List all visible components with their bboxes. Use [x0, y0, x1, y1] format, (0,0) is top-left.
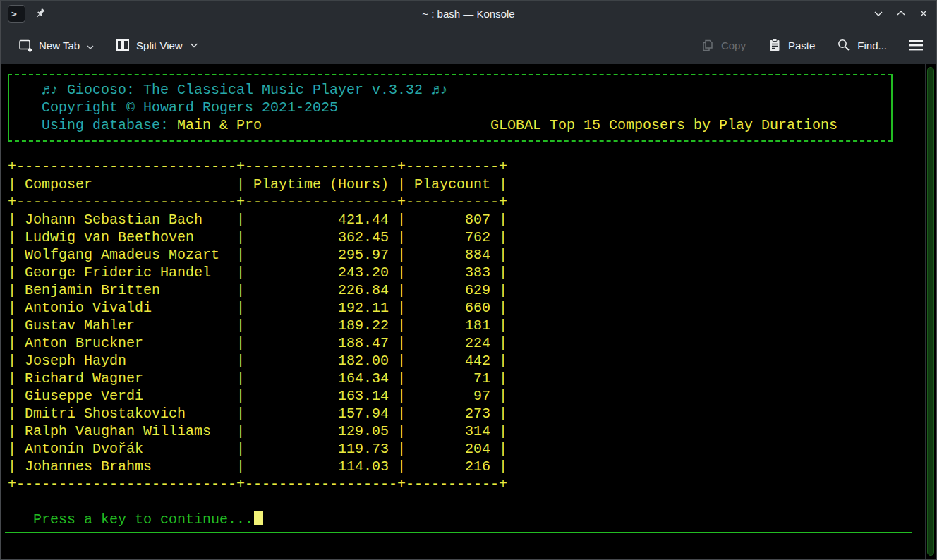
- terminal-view[interactable]: ♬♪ Giocoso: The Classical Music Player v…: [1, 64, 936, 559]
- scrollbar[interactable]: [925, 64, 936, 559]
- new-tab-label: New Tab: [39, 39, 80, 51]
- banner-title: ♬♪ Giocoso: The Classical Music Player v…: [42, 81, 891, 99]
- copy-label: Copy: [721, 39, 746, 51]
- window-title: ~ : bash — Konsole: [1, 8, 936, 20]
- scrollbar-thumb[interactable]: [927, 67, 934, 556]
- table-row: | Giuseppe Verdi | 163.14 | 97 |: [8, 387, 507, 405]
- composer-table: +--------------------------+------------…: [8, 158, 507, 493]
- table-row: | Dmitri Shostakovich | 157.94 | 273 |: [8, 405, 507, 422]
- table-row: | George Frideric Handel | 243.20 | 383 …: [8, 264, 507, 281]
- new-tab-icon: [18, 37, 33, 53]
- find-label: Find...: [857, 39, 887, 51]
- hamburger-menu-icon: [908, 38, 924, 52]
- table-row: | Antonio Vivaldi | 192.11 | 660 |: [8, 299, 507, 317]
- maximize-icon[interactable]: [895, 8, 907, 19]
- table-row: | Johannes Brahms | 114.03 | 216 |: [8, 458, 507, 475]
- table-row: +--------------------------+------------…: [8, 158, 507, 176]
- search-icon: [836, 37, 852, 53]
- konsole-window: > ~ : bash — Konsole New Tab: [0, 0, 937, 560]
- table-row: | Richard Wagner | 164.34 | 71 |: [8, 370, 507, 387]
- table-row: | Antonín Dvořák | 119.73 | 204 |: [8, 440, 507, 458]
- prompt-text: Press a key to continue...: [33, 511, 253, 528]
- table-row: | Composer | Playtime (Hours) | Playcoun…: [8, 176, 507, 193]
- new-tab-button[interactable]: New Tab: [11, 32, 101, 59]
- table-row: | Anton Bruckner | 188.47 | 224 |: [8, 334, 507, 352]
- horizontal-rule: [5, 532, 912, 533]
- table-row: | Wolfgang Amadeus Mozart | 295.97 | 884…: [8, 246, 507, 264]
- table-row: +--------------------------+------------…: [8, 193, 507, 211]
- terminal-cursor: [254, 511, 263, 525]
- table-row: +--------------------------+------------…: [8, 475, 507, 493]
- split-view-button[interactable]: Split View: [108, 32, 205, 59]
- table-row: | Gustav Mahler | 189.22 | 181 |: [8, 317, 507, 334]
- paste-label: Paste: [788, 39, 815, 51]
- copy-icon: [700, 37, 715, 53]
- chevron-down-icon: [87, 44, 94, 50]
- report-title: GLOBAL Top 15 Composers by Play Duration…: [490, 116, 838, 134]
- database-value: Main & Pro: [177, 117, 262, 133]
- chevron-down-icon: [190, 42, 198, 49]
- pin-icon[interactable]: [34, 7, 47, 20]
- paste-button[interactable]: Paste: [760, 32, 822, 59]
- hamburger-menu-button[interactable]: [905, 32, 926, 58]
- split-view-label: Split View: [136, 39, 183, 51]
- toolbar: New Tab Split View Copy Past: [1, 26, 936, 64]
- split-view-icon: [115, 37, 131, 53]
- banner-database-line: Using database: Main & ProGLOBAL Top 15 …: [42, 116, 891, 134]
- find-button[interactable]: Find...: [829, 32, 894, 59]
- close-icon[interactable]: [918, 8, 929, 19]
- table-row: | Ralph Vaughan Williams | 129.05 | 314 …: [8, 422, 507, 440]
- terminal-app-icon[interactable]: >: [8, 5, 25, 23]
- titlebar: > ~ : bash — Konsole: [1, 1, 936, 26]
- table-row: | Johann Sebastian Bach | 421.44 | 807 |: [8, 211, 507, 229]
- paste-icon: [767, 37, 782, 53]
- table-row: | Ludwig van Beethoven | 362.45 | 762 |: [8, 229, 507, 246]
- database-label: Using database:: [42, 117, 177, 133]
- banner-box: ♬♪ Giocoso: The Classical Music Player v…: [8, 74, 893, 142]
- copy-button: Copy: [693, 32, 753, 59]
- table-row: | Benjamin Britten | 226.84 | 629 |: [8, 281, 507, 299]
- table-row: | Joseph Haydn | 182.00 | 442 |: [8, 352, 507, 370]
- banner-copyright: Copyright © Howard Rogers 2021-2025: [42, 99, 891, 116]
- prompt-line: Press a key to continue...: [33, 511, 263, 528]
- minimize-icon[interactable]: [873, 8, 884, 19]
